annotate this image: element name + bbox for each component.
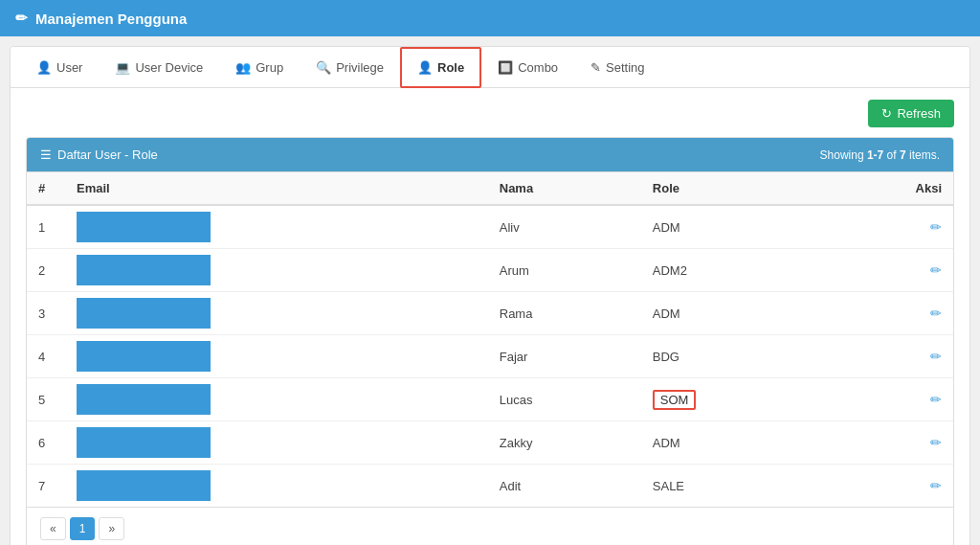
table-row: 4FajarBDG✏: [27, 335, 953, 378]
table-info: Showing 1-7 of 7 items.: [820, 148, 940, 162]
cell-aksi: ✏: [820, 378, 953, 421]
pagination: « 1 »: [27, 507, 953, 545]
cell-num: 1: [27, 205, 65, 249]
table-row: 2ArumADM2✏: [27, 249, 953, 292]
cell-num: 5: [27, 378, 65, 421]
table-title-area: ☰ Daftar User - Role: [40, 148, 158, 162]
refresh-icon: ↻: [881, 106, 892, 121]
cell-num: 6: [27, 421, 65, 465]
table-row: 7AditSALE✏: [27, 465, 953, 508]
cell-email: [65, 421, 488, 465]
cell-role: ADM: [641, 292, 821, 335]
tab-setting[interactable]: ✎ Setting: [574, 48, 660, 87]
email-block: [77, 427, 211, 458]
cell-nama: Arum: [488, 249, 641, 292]
cell-email: [65, 378, 488, 421]
main-container: 👤 User 💻 User Device 👥 Grup 🔍 Privilege …: [10, 46, 970, 545]
header-title: Manajemen Pengguna: [35, 11, 187, 27]
role-badge-highlighted: SOM: [653, 390, 697, 410]
refresh-button[interactable]: ↻ Refresh: [868, 100, 954, 127]
content-area: ↻ Refresh ☰ Daftar User - Role Showing 1…: [11, 88, 969, 545]
table-row: 1AlivADM✏: [27, 205, 953, 249]
cell-aksi: ✏: [820, 421, 953, 465]
tab-grup[interactable]: 👥 Grup: [219, 48, 300, 87]
cell-role: ADM: [641, 421, 821, 465]
col-role: Role: [641, 172, 821, 206]
combo-icon: 🔲: [498, 60, 513, 75]
edit-button[interactable]: ✏: [930, 478, 942, 493]
email-block: [77, 384, 211, 415]
page-1-button[interactable]: 1: [70, 517, 96, 540]
cell-nama: Zakky: [488, 421, 641, 465]
toolbar: ↻ Refresh: [26, 100, 954, 127]
prev-page-button[interactable]: «: [40, 517, 66, 540]
cell-email: [65, 335, 488, 378]
tab-role[interactable]: 👤 Role: [400, 47, 481, 88]
col-num: #: [27, 172, 65, 206]
tab-user[interactable]: 👤 User: [20, 48, 99, 87]
cell-aksi: ✏: [820, 335, 953, 378]
cell-role: ADM: [641, 205, 821, 249]
cell-aksi: ✏: [820, 465, 953, 508]
table-row: 3RamaADM✏: [27, 292, 953, 335]
cell-email: [65, 249, 488, 292]
cell-nama: Aliv: [488, 205, 641, 249]
role-icon: 👤: [417, 60, 433, 75]
data-table: # Email Nama Role Aksi 1AlivADM✏2ArumADM…: [27, 171, 953, 507]
edit-button[interactable]: ✏: [930, 392, 942, 407]
cell-num: 4: [27, 335, 65, 378]
col-nama: Nama: [488, 172, 641, 206]
tab-combo[interactable]: 🔲 Combo: [481, 48, 574, 87]
table-row: 5LucasSOM✏: [27, 378, 953, 421]
tab-privilege[interactable]: 🔍 Privilege: [300, 48, 400, 87]
table-icon: ☰: [40, 148, 52, 162]
table-title: Daftar User - Role: [57, 148, 158, 162]
tab-user-device[interactable]: 💻 User Device: [99, 48, 219, 87]
cell-aksi: ✏: [820, 292, 953, 335]
table-header-row: # Email Nama Role Aksi: [27, 172, 953, 206]
priv-icon: 🔍: [316, 60, 331, 75]
email-block: [77, 341, 211, 372]
col-email: Email: [65, 172, 488, 206]
device-icon: 💻: [115, 60, 130, 75]
col-aksi: Aksi: [820, 172, 953, 206]
cell-email: [65, 465, 488, 508]
email-block: [77, 255, 211, 285]
next-page-button[interactable]: »: [99, 517, 124, 540]
cell-aksi: ✏: [820, 205, 953, 249]
setting-icon: ✎: [590, 60, 601, 75]
cell-nama: Fajar: [488, 335, 641, 378]
cell-nama: Rama: [488, 292, 641, 335]
table-panel-header: ☰ Daftar User - Role Showing 1-7 of 7 it…: [27, 138, 953, 171]
cell-email: [65, 292, 488, 335]
cell-num: 2: [27, 249, 65, 292]
user-icon: 👤: [36, 60, 52, 75]
cell-role: BDG: [641, 335, 821, 378]
cell-nama: Lucas: [488, 378, 641, 421]
cell-email: [65, 205, 488, 249]
edit-button[interactable]: ✏: [930, 349, 942, 364]
cell-aksi: ✏: [820, 249, 953, 292]
email-block: [77, 470, 211, 501]
cell-num: 7: [27, 465, 65, 508]
cell-role: SALE: [641, 465, 821, 508]
cell-num: 3: [27, 292, 65, 335]
cell-nama: Adit: [488, 465, 641, 508]
table-panel: ☰ Daftar User - Role Showing 1-7 of 7 it…: [26, 137, 954, 545]
email-block: [77, 298, 211, 329]
app-header: ✏ Manajemen Pengguna: [0, 0, 980, 36]
edit-button[interactable]: ✏: [930, 262, 942, 278]
edit-button[interactable]: ✏: [930, 306, 942, 321]
header-icon: ✏: [15, 10, 28, 27]
edit-button[interactable]: ✏: [930, 219, 942, 235]
group-icon: 👥: [235, 60, 251, 75]
table-row: 6ZakkyADM✏: [27, 421, 953, 465]
edit-button[interactable]: ✏: [930, 435, 942, 450]
cell-role: SOM: [641, 378, 821, 421]
email-block: [77, 212, 211, 242]
nav-tabs: 👤 User 💻 User Device 👥 Grup 🔍 Privilege …: [11, 47, 969, 88]
cell-role: ADM2: [641, 249, 821, 292]
